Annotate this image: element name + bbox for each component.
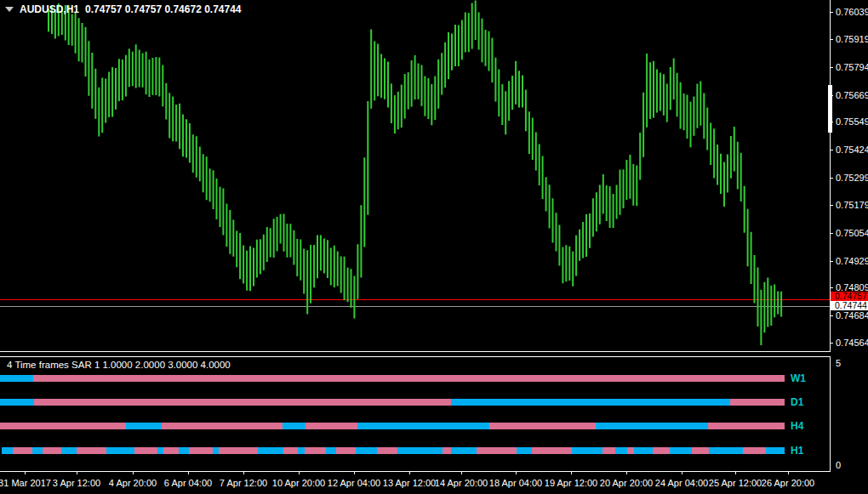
price-axis-label: 0.75424 [836, 145, 868, 155]
time-axis-label: 20 Apr 20:00 [600, 478, 653, 488]
sar-segment-pink [477, 447, 517, 454]
time-axis-label: 13 Apr 12:00 [383, 478, 436, 488]
time-axis-tick [25, 472, 26, 474]
chevron-down-icon[interactable] [5, 7, 14, 12]
tf-row-h1: H1 [0, 447, 785, 454]
sar-segment-pink [532, 447, 572, 454]
sar-segment-blue [32, 447, 43, 454]
sar-segment-blue [572, 447, 602, 454]
sar-segment-pink [163, 447, 179, 454]
tf-row-w1: W1 [0, 375, 785, 382]
time-axis-tick [788, 472, 789, 474]
indicator-subwindow[interactable]: 4 Time frames SAR 1 1.0000 2.0000 3.0000… [0, 357, 830, 471]
price-axis-label: 0.75549 [836, 116, 868, 127]
sar-segment-pink [627, 447, 634, 454]
time-axis-label: 25 Apr 12:00 [709, 478, 762, 488]
sar-segment-blue [357, 423, 489, 429]
sar-segment-blue [356, 447, 377, 454]
price-axis-tick [831, 39, 833, 40]
sar-segment-blue [0, 399, 34, 406]
time-axis-label: 3 Apr 12:00 [53, 478, 100, 488]
ohlc-quotes-label: 0.74757 0.74757 0.74672 0.74744 [85, 3, 242, 15]
time-axis-label: 18 Apr 04:00 [489, 478, 542, 488]
time-axis[interactable]: 31 Mar 20173 Apr 12:004 Apr 20:006 Apr 0… [0, 472, 868, 494]
price-axis-label: 0.75179 [836, 200, 868, 210]
sar-segment-blue [451, 447, 477, 454]
sar-segment-blue [615, 447, 627, 454]
sar-segment-pink [283, 447, 298, 454]
sar-segment-pink [730, 399, 785, 406]
price-axis[interactable]: 0.760390.759190.757940.756690.755490.754… [831, 0, 868, 472]
time-axis-tick [188, 472, 189, 474]
price-axis-label: 0.76039 [836, 7, 868, 17]
sar-segment-blue [179, 447, 189, 454]
price-axis-tick [831, 233, 833, 234]
sar-segment-blue [61, 447, 77, 454]
time-axis-label: 4 Apr 20:00 [109, 478, 157, 488]
sar-segment-pink [708, 423, 785, 429]
sar-segment-pink [77, 447, 106, 454]
tf-row-d1: D1 [0, 399, 785, 406]
price-axis-tick [831, 12, 833, 13]
price-axis-label: 0.74929 [836, 256, 868, 266]
price-axis-tick [831, 150, 833, 150]
main-chart-bottom-border[interactable] [0, 351, 858, 352]
sar-segment-blue [766, 447, 785, 454]
price-axis-label: 0.74564 [836, 338, 868, 348]
price-axis-label: 0.75054 [836, 228, 868, 238]
price-bars-path [49, 1, 781, 345]
time-axis-tick [409, 472, 410, 474]
tf-label-w1: W1 [791, 372, 806, 384]
sar-segment-pink [34, 399, 451, 406]
time-axis-tick [243, 472, 244, 474]
time-axis-tick [571, 472, 572, 474]
sar-segment-pink [0, 423, 126, 429]
mt4-chart-window: AUDUSD,H1 0.74757 0.74757 0.74672 0.7474… [0, 0, 868, 494]
time-axis-label: 14 Apr 20:00 [435, 478, 488, 488]
sar-segment-blue [517, 447, 532, 454]
sar-segment-pink [602, 447, 615, 454]
price-axis-label: 0.75299 [836, 173, 868, 183]
sar-segment-blue [213, 447, 219, 454]
sar-segment-pink [377, 447, 397, 454]
price-axis-label: 0.74684 [836, 310, 868, 321]
time-axis-tick [735, 472, 736, 474]
sar-segment-pink [162, 423, 283, 429]
tf-label-h1: H1 [791, 445, 803, 457]
sar-segment-blue [451, 399, 730, 406]
time-axis-label: 19 Apr 12:00 [545, 478, 597, 488]
sar-segment-blue [670, 447, 692, 454]
price-chart-area[interactable]: AUDUSD,H1 0.74757 0.74757 0.74672 0.7474… [0, 0, 830, 351]
time-axis-label: 31 Mar 2017 [0, 478, 51, 488]
sar-segment-blue [634, 447, 653, 454]
sar-segment-blue [258, 447, 283, 454]
sar-segment-pink [13, 447, 32, 454]
sar-segment-pink [443, 447, 451, 454]
price-bars-chart [0, 0, 830, 351]
sar-segment-pink [219, 447, 258, 454]
time-axis-label: 10 Apr 20:00 [272, 478, 325, 488]
sar-segment-blue [2, 447, 13, 454]
time-axis-label: 12 Apr 04:00 [328, 478, 380, 488]
price-axis-tick [831, 315, 833, 316]
time-axis-tick [77, 472, 77, 474]
sar-segment-blue [106, 447, 134, 454]
sar-segment-blue [298, 447, 305, 454]
time-axis-tick [626, 472, 627, 474]
sar-segment-pink [189, 447, 213, 454]
time-axis-label: 26 Apr 20:00 [762, 478, 814, 488]
sar-segment-pink [489, 423, 596, 429]
bid-price-value: 0.74744 [835, 300, 867, 310]
sar-segment-blue [126, 423, 162, 429]
sar-segment-blue [0, 375, 33, 382]
price-axis-tick [831, 261, 833, 262]
sar-segment-pink [33, 375, 785, 382]
sar-segment-pink [306, 423, 357, 429]
time-axis-tick [299, 472, 300, 474]
time-axis-label: 24 Apr 04:00 [655, 478, 708, 488]
chart-title: AUDUSD,H1 0.74757 0.74757 0.74672 0.7474… [5, 3, 242, 15]
price-axis-scroll-thumb[interactable] [828, 85, 832, 133]
bid-price-tag: 0.74744 [831, 301, 868, 310]
sar-segment-pink [743, 447, 766, 454]
price-axis-tick [831, 287, 833, 288]
